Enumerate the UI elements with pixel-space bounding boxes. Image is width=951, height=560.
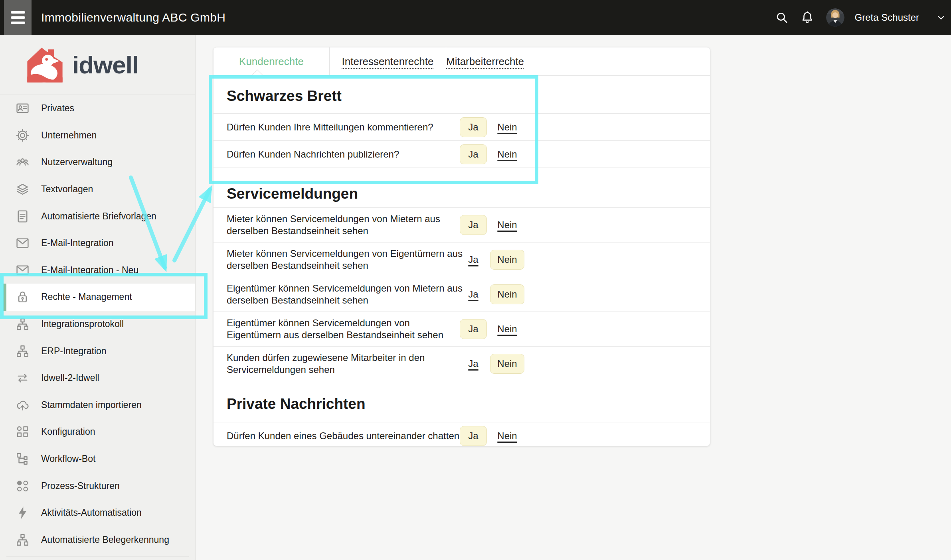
permission-row: Eigentümer können Servicemeldungen von M… (214, 277, 710, 312)
ja-nein-toggle: Ja Nein (460, 354, 524, 374)
sidebar-item-erp-integration[interactable]: ERP-Integration (0, 337, 195, 365)
tab-kundenrechte[interactable]: Kundenrechte (214, 47, 329, 75)
app-title: Immobilienverwaltung ABC GmbH (41, 11, 225, 24)
sidebar-item-workflow-bot[interactable]: Workflow-Bot (0, 446, 195, 473)
sidebar-item-rechte-management[interactable]: Rechte - Management (0, 284, 195, 311)
permission-question: Mieter können Servicemeldungen von Miete… (227, 213, 466, 237)
nein-option[interactable]: Nein (490, 250, 524, 270)
sidebar: idwell Privates Unternehmen Nutzerverwal… (0, 35, 196, 560)
permission-question: Eigentümer können Servicemeldungen von M… (227, 282, 466, 306)
permission-question: Kunden dürfen zugewiesene Mitarbeiter in… (227, 352, 466, 376)
ja-option[interactable]: Ja (460, 117, 487, 137)
section-title: Schwarzes Brett (214, 76, 710, 114)
idwell-logo[interactable]: idwell (0, 35, 195, 95)
sidebar-nav: Privates Unternehmen Nutzerverwaltung Te… (0, 95, 195, 553)
app-window: Immobilienverwaltung ABC GmbH (0, 0, 951, 560)
user-name[interactable]: Greta Schuster (855, 12, 919, 23)
sitemap-icon (15, 317, 30, 331)
permission-row: Mieter können Servicemeldungen von Miete… (214, 208, 710, 243)
nein-option[interactable]: Nein (490, 219, 524, 231)
permission-question: Dürfen Kunden Ihre Mitteilungen kommenti… (227, 121, 433, 133)
section-title: Private Nachrichten (214, 381, 710, 422)
ja-nein-toggle: Ja Nein (460, 284, 524, 304)
sidebar-item-automatisierte-belegerkennung[interactable]: Automatisierte Belegerkennung (0, 526, 195, 554)
grid-icon (15, 424, 30, 439)
sitemap-icon (15, 344, 30, 359)
envelope-icon (15, 236, 30, 250)
ja-option[interactable]: Ja (460, 144, 487, 164)
sidebar-divider (6, 556, 189, 557)
sitemap-icon (15, 532, 30, 547)
sidebar-item-unternehmen[interactable]: Unternehmen (0, 122, 195, 149)
sidebar-item-prozess-strukturen[interactable]: Prozess-Strukturen (0, 472, 195, 499)
permission-row: Eigentümer können Servicemeldungen von E… (214, 312, 710, 347)
layers-icon (15, 182, 30, 197)
workflow-icon (15, 452, 30, 466)
section-title: Servicemeldungen (214, 180, 710, 208)
ja-option[interactable]: Ja (460, 215, 487, 235)
users-icon (15, 155, 30, 170)
sidebar-item-e-mail-integration[interactable]: E-Mail-Integration (0, 230, 195, 257)
permission-row: Dürfen Kunden eines Gebäudes untereinand… (214, 422, 710, 450)
permission-question: Dürfen Kunden eines Gebäudes untereinand… (227, 430, 465, 442)
document-icon (15, 209, 30, 224)
permission-row: Kunden dürfen zugewiesene Mitarbeiter in… (214, 347, 710, 381)
tab-interessentenrechte[interactable]: Interessentenrechte (329, 47, 446, 75)
rights-sections: Schwarzes Brett Dürfen Kunden Ihre Mitte… (214, 76, 710, 450)
menu-toggle-button[interactable] (4, 0, 32, 35)
sidebar-item-nutzerverwaltung[interactable]: Nutzerverwaltung (0, 149, 195, 176)
lightning-icon (15, 505, 30, 520)
nein-option[interactable]: Nein (490, 149, 524, 160)
sidebar-item-privates[interactable]: Privates (0, 95, 195, 122)
ja-nein-toggle: Ja Nein (460, 426, 524, 446)
sidebar-item-konfiguration[interactable]: Konfiguration (0, 418, 195, 446)
nein-option[interactable]: Nein (490, 354, 524, 374)
rights-settings-card: Kundenrechte Interessentenrechte Mitarbe… (214, 47, 710, 446)
ja-option[interactable]: Ja (460, 426, 487, 446)
nein-option[interactable]: Nein (490, 323, 524, 335)
envelope-icon (15, 263, 30, 278)
tab-mitarbeiterrechte[interactable]: Mitarbeiterrechte (446, 47, 524, 75)
permission-question: Mieter können Servicemeldungen von Eigen… (227, 248, 466, 272)
id-card-icon (15, 101, 30, 116)
user-avatar[interactable] (826, 8, 844, 27)
sidebar-item-idwell-2-idwell[interactable]: Idwell-2-Idwell (0, 365, 195, 392)
cloud-upload-icon (15, 398, 30, 412)
gear-icon (15, 128, 30, 143)
sidebar-item-e-mail-integration-neu[interactable]: E-Mail-Integration - Neu (0, 257, 195, 284)
rights-section: Schwarzes Brett Dürfen Kunden Ihre Mitte… (214, 76, 710, 180)
search-icon[interactable] (775, 11, 789, 24)
ja-option[interactable]: Ja (460, 289, 487, 300)
section-spacer (214, 168, 710, 180)
logo-wordmark: idwell (72, 51, 138, 79)
permission-row: Dürfen Kunden Ihre Mitteilungen kommenti… (214, 114, 710, 141)
ja-nein-toggle: Ja Nein (460, 319, 524, 339)
ja-option[interactable]: Ja (460, 319, 487, 339)
topbar-right-cluster: Greta Schuster (775, 8, 951, 27)
ja-nein-toggle: Ja Nein (460, 215, 524, 235)
nein-option[interactable]: Nein (490, 284, 524, 304)
rights-tabs: Kundenrechte Interessentenrechte Mitarbe… (214, 47, 710, 76)
lock-icon (15, 290, 30, 304)
sidebar-item-automatisierte-briefvorlagen[interactable]: Automatisierte Briefvorlagen (0, 203, 195, 230)
ja-nein-toggle: Ja Nein (460, 144, 524, 164)
circles-icon (15, 479, 30, 493)
sidebar-item-stammdaten-importieren[interactable]: Stammdaten importieren (0, 392, 195, 419)
chevron-down-icon[interactable] (937, 13, 945, 22)
content-area: Kundenrechte Interessentenrechte Mitarbe… (196, 35, 951, 560)
permission-question: Dürfen Kunden Nachrichten publizieren? (227, 148, 399, 160)
permission-row: Mieter können Servicemeldungen von Eigen… (214, 243, 710, 277)
sidebar-item-textvorlagen[interactable]: Textvorlagen (0, 176, 195, 203)
notifications-bell-icon[interactable] (801, 11, 814, 24)
rights-section: Servicemeldungen Mieter können Serviceme… (214, 180, 710, 381)
sidebar-item-integrationsprotokoll[interactable]: Integrationsprotokoll (0, 311, 195, 338)
nein-option[interactable]: Nein (490, 430, 524, 442)
swap-arrows-icon (15, 371, 30, 385)
ja-option[interactable]: Ja (460, 358, 487, 369)
ja-option[interactable]: Ja (460, 254, 487, 265)
permission-row: Dürfen Kunden Nachrichten publizieren? J… (214, 141, 710, 168)
nein-option[interactable]: Nein (490, 122, 524, 133)
logo-house-bird-icon (24, 44, 66, 86)
sidebar-item-aktivitäts-automatisation[interactable]: Aktivitäts-Automatisation (0, 499, 195, 526)
ja-nein-toggle: Ja Nein (460, 250, 524, 270)
